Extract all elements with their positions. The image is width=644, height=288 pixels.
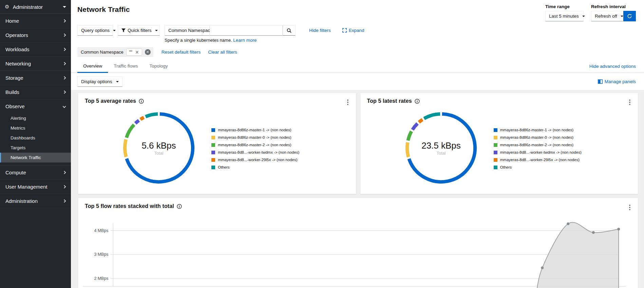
sidebar-item-operators[interactable]: Operators [0,28,71,42]
donut-segment[interactable] [419,119,422,122]
legend-swatch [211,143,215,147]
perspective-switcher[interactable]: ⚙ Administrator [0,0,71,14]
refresh-button[interactable] [623,11,636,21]
filter-chip-group: Common Namespace "" ✕ ✕ [77,47,153,57]
donut-segment[interactable] [125,139,126,157]
chevron-down-icon [113,30,116,31]
clear-all-filters-link[interactable]: Clear all filters [208,50,237,55]
donut-segment[interactable] [135,120,139,123]
legend-item[interactable]: mmayeras-8d8...-worker-twdmx -> (non nod… [494,150,595,154]
expand-link[interactable]: Expand [342,28,364,33]
legend-item[interactable]: mmayeras-8d86z-master-2 -> (non nodes) [211,143,313,147]
reset-default-filters-link[interactable]: Reset default filters [162,50,201,55]
remove-chip-icon[interactable]: ✕ [135,50,139,55]
sidebar-item-label: User Management [5,184,47,190]
data-point[interactable] [617,228,620,230]
chevron-right-icon [63,185,66,189]
tab-overview[interactable]: Overview [77,60,108,73]
donut-total-sublabel: Total [436,151,446,156]
legend-swatch [494,166,497,169]
display-options-dropdown[interactable]: Display options [77,76,122,87]
filter-icon [121,28,126,33]
sidebar-subitem-alerting[interactable]: Alerting [0,113,71,123]
donut-segment[interactable] [140,117,144,119]
legend-label: mmayeras-8d8...-worker-29l5x -> (non nod… [500,158,580,162]
legend-item[interactable]: mmayeras-8d86z-master-1 -> (non nodes) [211,128,313,132]
sidebar-subitem-dashboards[interactable]: Dashboards [0,133,71,143]
sidebar-item-home[interactable]: Home [0,14,71,28]
display-options-label: Display options [81,79,112,84]
info-icon[interactable] [415,99,420,104]
legend-swatch [494,136,497,139]
donut-segment[interactable] [408,131,411,140]
chevron-right-icon [63,171,66,174]
donut-segment[interactable] [407,142,409,157]
donut-segment[interactable] [127,125,134,138]
time-range-select[interactable]: Last 5 minutes [545,11,584,21]
query-options-label: Query options [81,28,110,33]
filter-value-input[interactable] [210,25,283,36]
sidebar-subitem-network-traffic[interactable]: Network Traffic [0,153,71,162]
sidebar-item-workloads[interactable]: Workloads [0,42,71,56]
donut-chart-latest-rates[interactable]: 23.5 kBpsTotal [403,110,479,188]
hide-advanced-options-link[interactable]: Hide advanced options [589,64,636,69]
legend-label: mmayeras-8d86z-master-1 -> (non nodes) [218,128,291,132]
legend-item[interactable]: Others [494,165,595,169]
legend-item[interactable]: mmayeras-8d86z-master-2 -> (non nodes) [494,143,595,147]
kebab-menu-button[interactable] [627,98,632,108]
donut-segment[interactable] [424,114,440,118]
legend-item[interactable]: Others [211,165,313,169]
legend-item[interactable]: mmayeras-8d86z-master-0 -> (non nodes) [211,135,313,139]
legend-item[interactable]: mmayeras-8d8...-worker-twdmx -> (non nod… [211,150,313,154]
info-icon[interactable] [139,99,144,104]
chip-value: "" [129,50,132,55]
tab-topology[interactable]: Topology [144,60,174,73]
manage-panels-link[interactable]: Manage panels [598,79,636,84]
learn-more-link[interactable]: Learn more [233,38,257,43]
filters-toolbar: Query options Quick filters Common Names… [71,21,644,43]
legend-item[interactable]: mmayeras-8d86z-master-0 -> (non nodes) [494,135,595,139]
chart-legend: mmayeras-8d86z-master-1 -> (non nodes)mm… [211,128,313,169]
filter-field-label: Common Namespace [168,28,213,33]
sidebar-subitem-metrics[interactable]: Metrics [0,123,71,133]
sidebar-item-administration[interactable]: Administration [0,194,71,208]
sidebar-item-storage[interactable]: Storage [0,71,71,85]
legend-item[interactable]: mmayeras-8d86z-master-1 -> (non nodes) [494,128,595,132]
search-button[interactable] [283,25,296,36]
donut-segment[interactable] [412,123,417,130]
sidebar-item-label: Workloads [5,46,30,52]
filter-hint: Specify a single kubernetes name. Learn … [165,38,296,43]
refresh-interval-select[interactable]: Refresh off [591,11,623,21]
subnav: AlertingMetricsDashboardsTargetsNetwork … [0,113,71,165]
quick-filters-dropdown[interactable]: Quick filters [118,25,160,36]
data-point[interactable] [592,231,595,234]
legend-swatch [211,166,215,169]
flow-rates-area-chart[interactable]: 4 MBps3 MBps2 MBps [78,214,638,288]
filter-field-dropdown[interactable]: Common Namespace [165,25,210,36]
y-axis-tick-label: 4 MBps [94,228,108,233]
refresh-interval-label: Refresh interval [591,4,636,9]
legend-item[interactable]: mmayeras-8d8...-worker-29l5x -> (non nod… [494,158,595,162]
hide-filters-link[interactable]: Hide filters [309,28,331,33]
remove-chip-group-icon[interactable]: ✕ [145,49,151,55]
sidebar-item-user-management[interactable]: User Management [0,180,71,194]
legend-swatch [211,128,215,132]
tab-traffic-flows[interactable]: Traffic flows [108,60,144,73]
sidebar-item-observe[interactable]: Observe [0,99,71,113]
kebab-menu-button[interactable] [345,98,351,108]
data-point[interactable] [541,266,544,269]
kebab-icon [629,205,630,210]
sidebar-subitem-targets[interactable]: Targets [0,143,71,153]
sidebar-item-compute[interactable]: Compute [0,166,71,179]
info-icon[interactable] [177,204,182,209]
sidebar-item-networking[interactable]: Networking [0,57,71,71]
legend-item[interactable]: mmayeras-8d8...-worker-29l5x -> (non nod… [211,158,313,162]
query-options-dropdown[interactable]: Query options [77,25,113,36]
sidebar-item-builds[interactable]: Builds [0,85,71,99]
kebab-menu-button[interactable] [627,203,632,213]
data-point[interactable] [567,223,569,225]
donut-chart-average-rates[interactable]: 5.6 kBpsTotal [120,110,197,188]
cogs-icon: ⚙ [5,4,10,10]
legend-label: mmayeras-8d8...-worker-twdmx -> (non nod… [218,150,299,154]
donut-segment[interactable] [146,114,158,117]
